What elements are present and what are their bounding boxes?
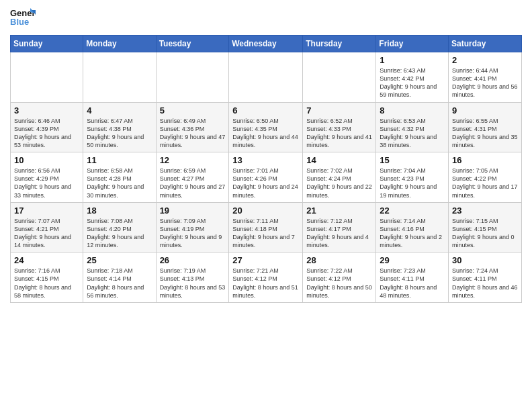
calendar-body: 1Sunrise: 6:43 AM Sunset: 4:42 PM Daylig… xyxy=(11,52,522,303)
day-number: 9 xyxy=(452,105,518,116)
day-info: Sunrise: 7:11 AM Sunset: 4:18 PM Dayligh… xyxy=(232,217,299,250)
table-row: 20Sunrise: 7:11 AM Sunset: 4:18 PM Dayli… xyxy=(229,202,303,253)
day-info: Sunrise: 7:24 AM Sunset: 4:11 PM Dayligh… xyxy=(452,267,518,300)
day-info: Sunrise: 7:15 AM Sunset: 4:15 PM Dayligh… xyxy=(452,217,518,250)
day-number: 8 xyxy=(380,105,445,116)
table-row: 5Sunrise: 6:49 AM Sunset: 4:36 PM Daylig… xyxy=(156,102,229,152)
table-row: 11Sunrise: 6:58 AM Sunset: 4:28 PM Dayli… xyxy=(83,152,156,203)
table-row: 19Sunrise: 7:09 AM Sunset: 4:19 PM Dayli… xyxy=(156,202,229,253)
day-info: Sunrise: 6:47 AM Sunset: 4:38 PM Dayligh… xyxy=(87,117,152,150)
day-info: Sunrise: 7:05 AM Sunset: 4:22 PM Dayligh… xyxy=(452,167,518,199)
day-number: 3 xyxy=(14,105,79,116)
day-info: Sunrise: 6:59 AM Sunset: 4:27 PM Dayligh… xyxy=(160,167,226,199)
day-info: Sunrise: 6:56 AM Sunset: 4:29 PM Dayligh… xyxy=(14,167,79,199)
table-row: 26Sunrise: 7:19 AM Sunset: 4:13 PM Dayli… xyxy=(156,253,229,303)
day-info: Sunrise: 7:07 AM Sunset: 4:21 PM Dayligh… xyxy=(14,217,79,250)
table-row: 18Sunrise: 7:08 AM Sunset: 4:20 PM Dayli… xyxy=(83,202,156,253)
table-row xyxy=(83,52,156,103)
calendar-week-1: 1Sunrise: 6:43 AM Sunset: 4:42 PM Daylig… xyxy=(11,52,522,103)
day-number: 6 xyxy=(232,105,299,116)
table-row: 23Sunrise: 7:15 AM Sunset: 4:15 PM Dayli… xyxy=(449,202,522,253)
calendar-table: Sunday Monday Tuesday Wednesday Thursday… xyxy=(10,35,522,303)
day-info: Sunrise: 6:50 AM Sunset: 4:35 PM Dayligh… xyxy=(232,117,299,150)
table-row: 22Sunrise: 7:14 AM Sunset: 4:16 PM Dayli… xyxy=(376,202,449,253)
day-info: Sunrise: 7:04 AM Sunset: 4:23 PM Dayligh… xyxy=(380,167,445,199)
table-row: 12Sunrise: 6:59 AM Sunset: 4:27 PM Dayli… xyxy=(156,152,229,203)
table-row: 10Sunrise: 6:56 AM Sunset: 4:29 PM Dayli… xyxy=(11,152,83,203)
day-info: Sunrise: 7:18 AM Sunset: 4:14 PM Dayligh… xyxy=(87,267,152,300)
col-monday: Monday xyxy=(83,36,156,52)
table-row xyxy=(229,52,303,103)
day-info: Sunrise: 6:58 AM Sunset: 4:28 PM Dayligh… xyxy=(87,167,152,199)
day-number: 4 xyxy=(87,105,152,116)
day-number: 1 xyxy=(380,55,445,65)
day-info: Sunrise: 6:43 AM Sunset: 4:42 PM Dayligh… xyxy=(380,66,445,99)
calendar-week-4: 17Sunrise: 7:07 AM Sunset: 4:21 PM Dayli… xyxy=(11,202,522,253)
day-number: 28 xyxy=(306,255,372,265)
table-row: 29Sunrise: 7:23 AM Sunset: 4:11 PM Dayli… xyxy=(376,253,449,303)
day-info: Sunrise: 7:23 AM Sunset: 4:11 PM Dayligh… xyxy=(380,267,445,300)
col-thursday: Thursday xyxy=(303,36,376,52)
day-info: Sunrise: 7:21 AM Sunset: 4:12 PM Dayligh… xyxy=(232,267,299,300)
table-row: 9Sunrise: 6:55 AM Sunset: 4:31 PM Daylig… xyxy=(449,102,522,152)
calendar-page: General Blue Sunday Monday Tuesday Wedne… xyxy=(0,0,532,411)
table-row: 8Sunrise: 6:53 AM Sunset: 4:32 PM Daylig… xyxy=(376,102,449,152)
day-number: 22 xyxy=(380,205,445,216)
day-number: 16 xyxy=(452,155,518,165)
day-number: 13 xyxy=(232,155,299,165)
day-number: 21 xyxy=(306,205,372,216)
svg-text:Blue: Blue xyxy=(10,17,29,27)
table-row: 28Sunrise: 7:22 AM Sunset: 4:12 PM Dayli… xyxy=(303,253,376,303)
table-row: 25Sunrise: 7:18 AM Sunset: 4:14 PM Dayli… xyxy=(83,253,156,303)
day-number: 18 xyxy=(87,205,152,216)
table-row: 17Sunrise: 7:07 AM Sunset: 4:21 PM Dayli… xyxy=(11,202,83,253)
day-number: 15 xyxy=(380,155,445,165)
table-row: 14Sunrise: 7:02 AM Sunset: 4:24 PM Dayli… xyxy=(303,152,376,203)
table-row: 1Sunrise: 6:43 AM Sunset: 4:42 PM Daylig… xyxy=(376,52,449,103)
col-tuesday: Tuesday xyxy=(156,36,229,52)
table-row: 30Sunrise: 7:24 AM Sunset: 4:11 PM Dayli… xyxy=(449,253,522,303)
day-info: Sunrise: 7:14 AM Sunset: 4:16 PM Dayligh… xyxy=(380,217,445,250)
day-info: Sunrise: 7:12 AM Sunset: 4:17 PM Dayligh… xyxy=(306,217,372,250)
day-number: 7 xyxy=(306,105,372,116)
day-info: Sunrise: 7:16 AM Sunset: 4:15 PM Dayligh… xyxy=(14,267,79,300)
col-friday: Friday xyxy=(376,36,449,52)
day-info: Sunrise: 6:53 AM Sunset: 4:32 PM Dayligh… xyxy=(380,117,445,150)
day-number: 19 xyxy=(160,205,226,216)
table-row: 2Sunrise: 6:44 AM Sunset: 4:41 PM Daylig… xyxy=(449,52,522,103)
day-number: 10 xyxy=(14,155,79,165)
day-number: 5 xyxy=(160,105,226,116)
logo: General Blue xyxy=(10,7,36,30)
col-saturday: Saturday xyxy=(449,36,522,52)
day-info: Sunrise: 6:52 AM Sunset: 4:33 PM Dayligh… xyxy=(306,117,372,150)
table-row: 24Sunrise: 7:16 AM Sunset: 4:15 PM Dayli… xyxy=(11,253,83,303)
day-info: Sunrise: 7:19 AM Sunset: 4:13 PM Dayligh… xyxy=(160,267,226,300)
page-header: General Blue xyxy=(10,7,522,30)
header-row: Sunday Monday Tuesday Wednesday Thursday… xyxy=(11,36,522,52)
table-row: 7Sunrise: 6:52 AM Sunset: 4:33 PM Daylig… xyxy=(303,102,376,152)
day-info: Sunrise: 6:44 AM Sunset: 4:41 PM Dayligh… xyxy=(452,66,518,99)
table-row: 21Sunrise: 7:12 AM Sunset: 4:17 PM Dayli… xyxy=(303,202,376,253)
day-number: 24 xyxy=(14,255,79,265)
col-sunday: Sunday xyxy=(11,36,83,52)
table-row xyxy=(303,52,376,103)
table-row: 6Sunrise: 6:50 AM Sunset: 4:35 PM Daylig… xyxy=(229,102,303,152)
calendar-week-2: 3Sunrise: 6:46 AM Sunset: 4:39 PM Daylig… xyxy=(11,102,522,152)
day-number: 25 xyxy=(87,255,152,265)
calendar-week-3: 10Sunrise: 6:56 AM Sunset: 4:29 PM Dayli… xyxy=(11,152,522,203)
day-info: Sunrise: 6:55 AM Sunset: 4:31 PM Dayligh… xyxy=(452,117,518,150)
day-number: 30 xyxy=(452,255,518,265)
day-number: 23 xyxy=(452,205,518,216)
day-number: 11 xyxy=(87,155,152,165)
day-number: 27 xyxy=(232,255,299,265)
day-number: 29 xyxy=(380,255,445,265)
calendar-week-5: 24Sunrise: 7:16 AM Sunset: 4:15 PM Dayli… xyxy=(11,253,522,303)
table-row: 27Sunrise: 7:21 AM Sunset: 4:12 PM Dayli… xyxy=(229,253,303,303)
table-row xyxy=(156,52,229,103)
day-number: 14 xyxy=(306,155,372,165)
day-number: 17 xyxy=(14,205,79,216)
table-row: 15Sunrise: 7:04 AM Sunset: 4:23 PM Dayli… xyxy=(376,152,449,203)
table-row: 3Sunrise: 6:46 AM Sunset: 4:39 PM Daylig… xyxy=(11,102,83,152)
table-row xyxy=(11,52,83,103)
day-info: Sunrise: 7:22 AM Sunset: 4:12 PM Dayligh… xyxy=(306,267,372,300)
